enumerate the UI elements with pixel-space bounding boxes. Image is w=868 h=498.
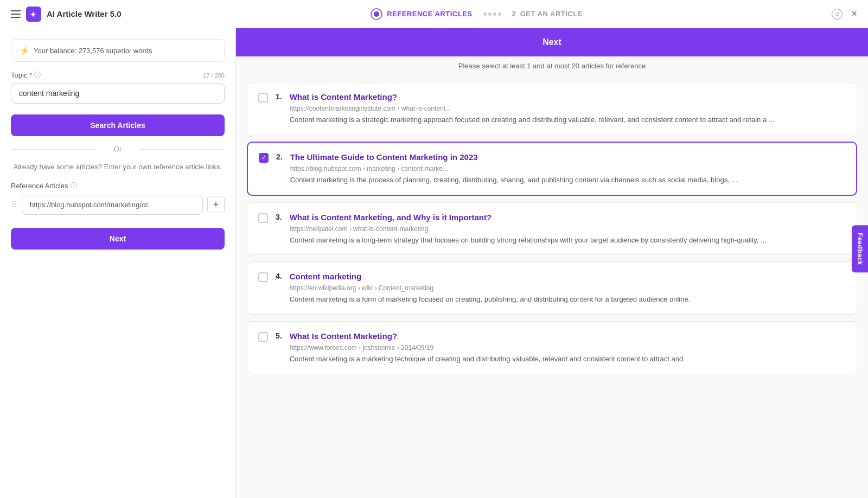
article-url: https://www.forbes.com › joshsteimle › 2…	[290, 344, 846, 352]
article-checkbox[interactable]	[258, 272, 268, 282]
article-body: What is Content Marketing?https://conten…	[290, 91, 846, 126]
article-body: What Is Content Marketing?https://www.fo…	[290, 330, 846, 365]
article-card: ✓2.The Ultimate Guide to Content Marketi…	[247, 142, 857, 196]
article-checkbox[interactable]	[258, 213, 268, 223]
article-desc: Content marketing is the process of plan…	[290, 175, 845, 186]
step2-label: GET AN ARTICLE	[520, 10, 583, 18]
ref-info-icon: ⓘ	[71, 181, 77, 190]
url-input[interactable]	[22, 195, 203, 215]
header-center: REFERENCE ARTICLES 2 GET AN ARTICLE	[371, 8, 583, 20]
topic-label-row: Topic * ⓘ 17 / 200	[11, 71, 225, 80]
balance-box: ⚡ Your balance: 273,576 superior words	[11, 39, 225, 62]
step1: REFERENCE ARTICLES	[371, 8, 472, 20]
article-desc: Content marketing is a strategic marketi…	[290, 114, 846, 126]
article-checkbox[interactable]	[258, 332, 268, 342]
header-right: ⊙ ×	[832, 8, 857, 20]
article-card: 3.What is Content Marketing, and Why is …	[247, 202, 857, 256]
article-num: 1.	[276, 92, 282, 101]
article-title[interactable]: What is Content Marketing, and Why is it…	[290, 212, 846, 223]
ref-label: Reference Articles ⓘ	[11, 181, 225, 190]
article-card: 5.What Is Content Marketing?https://www.…	[247, 321, 857, 374]
feedback-tab[interactable]: Feedback	[852, 225, 868, 272]
lightning-icon: ⚡	[20, 46, 29, 55]
drag-handle-icon: ⠿	[11, 200, 17, 210]
topic-label: Topic	[11, 71, 27, 79]
svg-text:✦: ✦	[30, 10, 36, 19]
topic-counter: 17 / 200	[203, 72, 225, 79]
article-num: 5.	[276, 331, 282, 340]
article-body: The Ultimate Guide to Content Marketing …	[290, 151, 845, 186]
step1-label: REFERENCE ARTICLES	[387, 10, 472, 18]
header: ✦ AI Article Writer 5.0 REFERENCE ARTICL…	[0, 0, 868, 28]
info-icon: ⓘ	[34, 71, 41, 80]
step2-num: 2	[512, 10, 516, 18]
app-title: AI Article Writer 5.0	[47, 9, 122, 18]
article-checkbox[interactable]	[258, 93, 268, 103]
article-num: 4.	[276, 272, 282, 280]
app-logo: ✦	[26, 7, 41, 22]
select-hint: Please select at least 1 and at most 20 …	[236, 56, 868, 75]
article-title[interactable]: What Is Content Marketing?	[290, 330, 846, 342]
step-divider	[483, 12, 501, 16]
article-desc: Content marketing is a long-term strateg…	[290, 235, 846, 246]
content-area: Next Please select at least 1 and at mos…	[236, 28, 868, 498]
step1-icon	[371, 8, 382, 20]
next-bar[interactable]: Next	[236, 28, 868, 56]
main-layout: ⚡ Your balance: 273,576 superior words T…	[0, 28, 868, 498]
article-title[interactable]: What is Content Marketing?	[290, 91, 846, 103]
article-body: What is Content Marketing, and Why is it…	[290, 212, 846, 246]
url-row: ⠿ +	[11, 195, 225, 215]
article-url: https://blog.hubspot.com › marketing › c…	[290, 165, 845, 173]
article-desc: Content marketing is a form of marketing…	[290, 294, 846, 305]
hint-text: Already have some articles? Enter your o…	[11, 162, 225, 173]
balance-text: Your balance: 273,576 superior words	[34, 47, 152, 55]
article-url: https://contentmarketinginstitute.com › …	[290, 105, 846, 112]
next-button-sidebar[interactable]: Next	[11, 228, 225, 250]
step2: 2 GET AN ARTICLE	[512, 10, 583, 18]
article-card: 1.What is Content Marketing?https://cont…	[247, 82, 857, 135]
header-left: ✦ AI Article Writer 5.0	[11, 7, 122, 22]
topic-input[interactable]	[11, 83, 225, 104]
sidebar: ⚡ Your balance: 273,576 superior words T…	[0, 28, 236, 498]
article-body: Content marketinghttps://en.wikipedia.or…	[290, 271, 846, 305]
svg-point-3	[374, 11, 379, 17]
article-num: 3.	[276, 213, 282, 221]
article-card: 4.Content marketinghttps://en.wikipedia.…	[247, 261, 857, 315]
article-url: https://en.wikipedia.org › wiki › Conten…	[290, 284, 846, 292]
article-checkbox[interactable]: ✓	[259, 153, 269, 163]
next-bar-label: Next	[542, 37, 561, 47]
reference-articles-section: Reference Articles ⓘ ⠿ +	[11, 181, 225, 215]
article-title[interactable]: The Ultimate Guide to Content Marketing …	[290, 151, 845, 163]
articles-list: 1.What is Content Marketing?https://cont…	[236, 75, 868, 381]
topic-field: Topic * ⓘ 17 / 200	[11, 71, 225, 104]
menu-button[interactable]	[11, 10, 21, 18]
required-marker: *	[29, 71, 32, 79]
add-url-button[interactable]: +	[207, 196, 225, 213]
article-num: 2.	[276, 152, 283, 161]
article-desc: Content marketing is a marketing techniq…	[290, 354, 846, 365]
or-divider: Or	[11, 145, 225, 153]
article-url: https://neilpatel.com › what-is-content-…	[290, 225, 846, 233]
settings-icon[interactable]: ⊙	[832, 9, 843, 20]
article-title[interactable]: Content marketing	[290, 271, 846, 282]
search-articles-button[interactable]: Search Articles	[11, 114, 225, 136]
close-icon[interactable]: ×	[851, 8, 857, 20]
